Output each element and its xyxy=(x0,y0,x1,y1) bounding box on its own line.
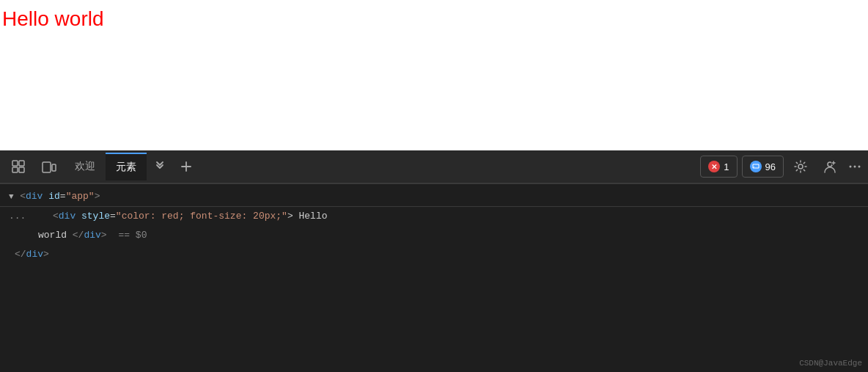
svg-rect-5 xyxy=(52,164,56,171)
svg-point-9 xyxy=(850,166,852,168)
inspect-element-button[interactable] xyxy=(3,153,34,180)
more-options-button[interactable] xyxy=(845,153,865,180)
code-line-1: ▼ <div id="app" > xyxy=(0,184,868,206)
preview-area: Hello world xyxy=(0,0,868,150)
more-tabs-button[interactable] xyxy=(147,153,173,180)
svg-rect-3 xyxy=(19,167,24,172)
error-count: 1 xyxy=(724,161,729,172)
message-badge-button[interactable]: 96 xyxy=(742,156,784,178)
error-badge-button[interactable]: ✕ 1 xyxy=(700,156,737,178)
error-dot: ✕ xyxy=(708,161,720,172)
ellipsis: ... xyxy=(0,208,29,225)
message-count: 96 xyxy=(765,161,776,172)
code-line-4: </div> xyxy=(0,245,868,264)
triangle-icon: ▼ xyxy=(9,189,18,205)
devtools-tab-bar: 欢迎 元素 ✕ 1 xyxy=(0,150,868,183)
svg-point-6 xyxy=(798,164,803,169)
svg-point-11 xyxy=(858,166,861,168)
svg-rect-1 xyxy=(19,161,24,166)
account-button[interactable] xyxy=(817,153,843,180)
device-toolbar-button[interactable] xyxy=(34,153,65,180)
watermark: CSDN@JavaEdge xyxy=(799,359,862,368)
code-line-2: ... <div style="color: red; font-size: 2… xyxy=(0,207,868,226)
code-area: ▼ <div id="app" > ... <div style="color:… xyxy=(0,183,868,372)
hello-world-heading: Hello world xyxy=(2,7,104,31)
code-line-3: world </div> == $0 xyxy=(0,226,868,245)
tab-welcome[interactable]: 欢迎 xyxy=(65,153,106,180)
svg-rect-0 xyxy=(12,161,18,166)
svg-point-10 xyxy=(854,166,856,168)
message-dot xyxy=(750,161,762,172)
svg-rect-2 xyxy=(12,167,18,172)
svg-rect-4 xyxy=(43,162,51,172)
settings-button[interactable] xyxy=(787,153,814,180)
tab-elements[interactable]: 元素 xyxy=(106,153,147,180)
add-tab-button[interactable] xyxy=(173,153,199,180)
devtools-panel: 欢迎 元素 ✕ 1 xyxy=(0,150,868,372)
